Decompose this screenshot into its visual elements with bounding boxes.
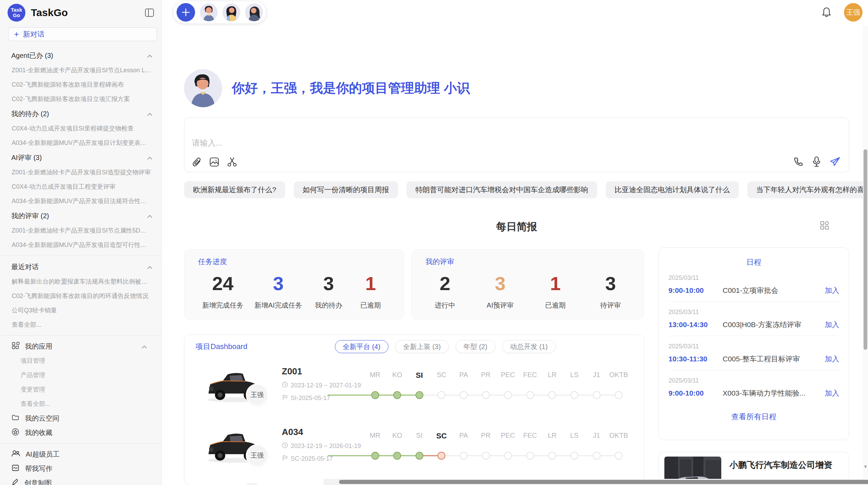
image-icon[interactable] bbox=[209, 157, 219, 167]
session-avatar-3[interactable] bbox=[245, 3, 263, 21]
sidebar-section-header[interactable]: AI评审 (3) bbox=[0, 150, 161, 165]
chevron-up-icon[interactable] bbox=[147, 212, 153, 220]
milestone-node[interactable] bbox=[593, 391, 601, 399]
sidebar-app-item[interactable]: 产品管理 bbox=[0, 368, 161, 382]
microphone-icon[interactable] bbox=[812, 156, 821, 167]
sidebar-task-item[interactable]: C0X4-动力总成开发项目工程变更评审 bbox=[0, 179, 161, 194]
sidebar-recent-header[interactable]: 最近对话 bbox=[0, 259, 161, 274]
chevron-up-icon[interactable] bbox=[147, 52, 153, 60]
milestone-node[interactable] bbox=[415, 391, 423, 399]
milestone-node[interactable] bbox=[526, 452, 534, 460]
phone-call-icon[interactable] bbox=[793, 157, 804, 167]
sidebar-item-cloud-folder[interactable]: 我的云空间 bbox=[0, 411, 161, 425]
milestone-node[interactable] bbox=[482, 391, 490, 399]
sidebar-section-header[interactable]: Agent已办 (3) bbox=[0, 48, 161, 63]
milestone-node[interactable] bbox=[460, 452, 468, 460]
sidebar-item-my-apps[interactable]: 我的应用 bbox=[0, 339, 161, 353]
milestone-node[interactable] bbox=[415, 452, 423, 460]
new-session-button[interactable] bbox=[177, 3, 195, 22]
sidebar-app-item[interactable]: 查看全部... bbox=[0, 397, 161, 411]
sidebar-task-item[interactable]: A034-全新新能源MUV产品开发项目法规符合性评审 bbox=[0, 194, 161, 208]
sidebar-section-header[interactable]: 我的评审 (2) bbox=[0, 208, 161, 223]
milestone-node[interactable] bbox=[548, 452, 556, 460]
milestone-node[interactable] bbox=[393, 391, 401, 399]
attach-icon[interactable] bbox=[192, 157, 202, 167]
sidebar-tool-item[interactable]: AI超级员工 bbox=[0, 447, 161, 461]
sidebar-collapse-icon[interactable] bbox=[144, 8, 155, 18]
sidebar-task-item[interactable]: C02-飞腾新能源轻客改款项目里程碑画布 bbox=[0, 77, 161, 92]
sidebar-task-item[interactable]: C02-飞腾新能源轻客改款项目立项汇报方案 bbox=[0, 92, 161, 106]
milestone-node[interactable] bbox=[615, 391, 623, 399]
milestone-node[interactable] bbox=[504, 391, 512, 399]
suggestion-chip[interactable]: 欧洲新规最近颁布了什么? bbox=[184, 181, 285, 198]
briefing-stat: 3待评审 bbox=[595, 271, 626, 310]
sidebar-task-item[interactable]: Z001-全新燃油轻卡产品开发项目SI造型提交物评审 bbox=[0, 165, 161, 179]
sidebar-recent-item[interactable]: 公司Q3轻卡销量 bbox=[0, 303, 161, 318]
sidebar-recent-item[interactable]: C02-飞腾新能源轻客改款项目的闭环通告反馈情况 bbox=[0, 289, 161, 303]
schedule-event-date: 2025/03/11 bbox=[668, 309, 839, 316]
sidebar-task-item[interactable]: C0X4-动力总成开发项目SI里程碑提交物检查 bbox=[0, 121, 161, 136]
chat-input[interactable] bbox=[184, 118, 849, 147]
sidebar-section-title: Agent已办 (3) bbox=[11, 51, 53, 60]
milestone-node[interactable] bbox=[548, 391, 556, 399]
notifications-bell-icon[interactable] bbox=[821, 7, 832, 18]
suggestion-chip[interactable]: 当下年轻人对汽车外观有怎样的喜好趋势 bbox=[747, 181, 868, 198]
layout-grid-icon[interactable] bbox=[820, 221, 829, 232]
briefing-card-title: 我的评审 bbox=[425, 257, 630, 266]
suggestion-chip[interactable]: 如何写一份清晰的项目周报 bbox=[294, 181, 398, 198]
milestone-node[interactable] bbox=[615, 452, 623, 460]
chevron-up-icon[interactable] bbox=[142, 343, 153, 350]
milestone-node[interactable] bbox=[482, 452, 490, 460]
scissors-icon[interactable] bbox=[227, 157, 237, 167]
chevron-up-icon[interactable] bbox=[147, 263, 153, 271]
milestone-node[interactable] bbox=[526, 391, 534, 399]
milestone-node[interactable] bbox=[393, 452, 401, 460]
session-avatar-1[interactable] bbox=[200, 3, 218, 21]
vertical-scrollbar[interactable]: ▼ bbox=[863, 26, 868, 479]
sidebar-task-item[interactable]: Z001-全新燃油皮卡产品开发项目SI节点Lesson Learn报告 bbox=[0, 63, 161, 77]
sidebar-app-item[interactable]: 变更管理 bbox=[0, 382, 161, 397]
view-all-schedule-link[interactable]: 查看所有日程 bbox=[668, 412, 839, 422]
milestone-node[interactable] bbox=[570, 452, 578, 460]
sidebar-item-star-badge[interactable]: 我的收藏 bbox=[0, 425, 161, 440]
new-chat-button[interactable]: + 新对话 bbox=[8, 27, 157, 41]
send-icon[interactable] bbox=[830, 157, 841, 167]
suggestion-chip[interactable]: 比亚迪全固态电池计划具体说了什么 bbox=[606, 181, 739, 198]
milestone-node[interactable] bbox=[570, 391, 578, 399]
sidebar-recent-item[interactable]: 查看全部... bbox=[0, 318, 161, 332]
milestone-node[interactable] bbox=[437, 452, 445, 460]
sidebar-tool-item[interactable]: 创意制图 bbox=[0, 476, 161, 485]
sidebar-recent-item[interactable]: 解释最新出台的欧盟报废车法规再生塑料比例被调至15%... bbox=[0, 274, 161, 289]
scroll-right-arrow-icon[interactable]: ▶ bbox=[851, 480, 854, 485]
chevron-up-icon[interactable] bbox=[147, 110, 153, 118]
project-filter-tab[interactable]: 动总开发 (1) bbox=[502, 340, 556, 353]
user-avatar[interactable]: 王强 bbox=[844, 3, 863, 22]
horizontal-scrollbar-thumb[interactable] bbox=[339, 480, 868, 484]
horizontal-scrollbar[interactable]: ▶ bbox=[324, 479, 868, 485]
sidebar-task-item[interactable]: A034-全新新能源MUV产品开发项目计划变更表编写 bbox=[0, 136, 161, 150]
suggestion-chip[interactable]: 特朗普可能对进口汽车增税会对中国车企造成哪些影响 bbox=[407, 181, 597, 198]
milestone-node[interactable] bbox=[371, 391, 379, 399]
schedule-join-link[interactable]: 加入 bbox=[825, 388, 839, 398]
schedule-event-line: 10:30-11:30C005-整车工程目标评审加入 bbox=[668, 354, 839, 364]
sidebar-section-header[interactable]: 我的待办 (2) bbox=[0, 106, 161, 121]
scroll-down-arrow-icon[interactable]: ▼ bbox=[863, 464, 868, 469]
milestone-node[interactable] bbox=[437, 391, 445, 399]
milestone-node[interactable] bbox=[593, 452, 601, 460]
sidebar-app-item[interactable]: 项目管理 bbox=[0, 353, 161, 368]
project-filter-tab[interactable]: 年型 (2) bbox=[456, 340, 495, 353]
schedule-join-link[interactable]: 加入 bbox=[825, 354, 839, 364]
schedule-join-link[interactable]: 加入 bbox=[825, 286, 839, 295]
milestone-node[interactable] bbox=[460, 391, 468, 399]
project-filter-tab[interactable]: 全新平台 (4) bbox=[335, 340, 388, 353]
schedule-join-link[interactable]: 加入 bbox=[825, 320, 839, 329]
session-avatar-2[interactable] bbox=[222, 3, 240, 21]
project-filter-tab[interactable]: 全新上装 (3) bbox=[395, 340, 449, 353]
sidebar-task-item[interactable]: A034-全新新能源MUV产品开发项目造型可行性评审 bbox=[0, 238, 161, 252]
sidebar-task-item[interactable]: Z001-全新燃油轻卡产品开发项目SI节点属性5D文件评审 bbox=[0, 223, 161, 238]
milestone-node[interactable] bbox=[371, 452, 379, 460]
milestone-node[interactable] bbox=[504, 452, 512, 460]
chevron-up-icon[interactable] bbox=[147, 154, 153, 162]
sidebar-tool-item[interactable]: 帮我写作 bbox=[0, 461, 161, 476]
vertical-scrollbar-thumb[interactable] bbox=[864, 149, 867, 350]
